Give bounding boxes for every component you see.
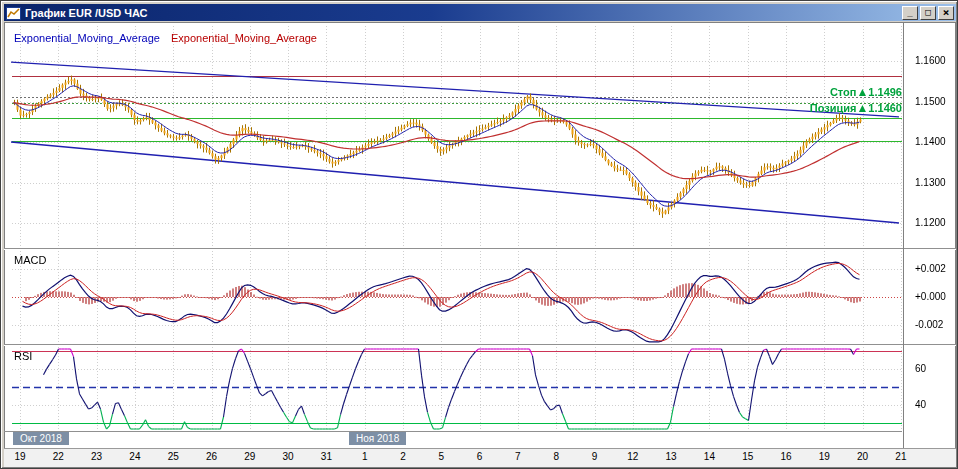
x-axis-day-label: 14 — [696, 451, 722, 462]
x-axis-day-label: 13 — [658, 451, 684, 462]
stop-label-text: Стоп — [830, 86, 857, 98]
x-axis-day-label: 2 — [390, 451, 416, 462]
price-axis-label: 1.1500 — [906, 96, 952, 107]
ema-label-red[interactable]: Exponential_Moving_Average — [171, 32, 317, 44]
x-axis-day-label: 19 — [811, 451, 837, 462]
macd-axis-label: -0.002 — [906, 319, 952, 330]
position-order-marker[interactable]: Позиция▲1.1460 — [810, 101, 902, 115]
macd-axis-label: +0.002 — [906, 263, 952, 274]
chart-canvas[interactable] — [4, 22, 956, 467]
price-axis-label: 1.1600 — [906, 55, 952, 66]
price-axis-label: 1.1300 — [906, 177, 952, 188]
price-axis-label: 1.1200 — [906, 217, 952, 228]
close-button[interactable]: × — [938, 6, 954, 20]
rsi-axis-label: 60 — [906, 363, 952, 374]
macd-axis-label: +0.000 — [906, 291, 952, 302]
x-axis-day-label: 21 — [888, 451, 914, 462]
x-axis-day-label: 1 — [352, 451, 378, 462]
window-title: График EUR /USD ЧАС — [25, 7, 900, 19]
x-axis-day-label: 15 — [735, 451, 761, 462]
position-value: 1.1460 — [868, 102, 902, 114]
x-axis-day-label: 29 — [237, 451, 263, 462]
maximize-button[interactable]: □ — [920, 6, 936, 20]
x-axis-day-label: 7 — [505, 451, 531, 462]
indicator-legend: Exponential_Moving_Average Exponential_M… — [14, 32, 317, 44]
position-label-text: Позиция — [810, 102, 857, 114]
x-axis-day-label: 16 — [773, 451, 799, 462]
chart-window: График EUR /USD ЧАС _ □ × Exponential_Mo… — [0, 0, 958, 469]
x-axis-day-label: 24 — [122, 451, 148, 462]
x-axis-day-label: 9 — [582, 451, 608, 462]
x-axis-day-label: 25 — [160, 451, 186, 462]
window-controls: _ □ × — [900, 6, 954, 20]
stop-value: 1.1496 — [868, 86, 902, 98]
arrow-up-icon: ▲ — [856, 101, 868, 115]
title-bar[interactable]: График EUR /USD ЧАС _ □ × — [4, 4, 956, 21]
x-axis-day-label: 23 — [84, 451, 110, 462]
price-axis-label: 1.1400 — [906, 136, 952, 147]
month-label: Ноя 2018 — [349, 432, 406, 445]
stop-order-marker[interactable]: Стоп▲1.1496 — [830, 85, 902, 99]
x-axis-day-label: 12 — [620, 451, 646, 462]
x-axis-day-label: 5 — [428, 451, 454, 462]
x-axis-day-label: 26 — [199, 451, 225, 462]
month-label: Окт 2018 — [13, 432, 69, 445]
minimize-button[interactable]: _ — [902, 6, 918, 20]
x-axis-day-label: 22 — [45, 451, 71, 462]
ema-label-blue[interactable]: Exponential_Moving_Average — [14, 32, 160, 44]
x-axis-day-label: 20 — [850, 451, 876, 462]
x-axis-day-label: 19 — [7, 451, 33, 462]
x-axis-day-label: 31 — [313, 451, 339, 462]
macd-panel-label: MACD — [14, 254, 46, 266]
x-axis-day-label: 6 — [467, 451, 493, 462]
x-axis-day-label: 8 — [543, 451, 569, 462]
x-axis-day-label: 30 — [275, 451, 301, 462]
rsi-axis-label: 40 — [906, 399, 952, 410]
chart-icon — [6, 6, 21, 19]
chart-area: Exponential_Moving_Average Exponential_M… — [4, 22, 956, 467]
rsi-panel-label: RSI — [14, 350, 32, 362]
arrow-up-icon: ▲ — [856, 85, 868, 99]
